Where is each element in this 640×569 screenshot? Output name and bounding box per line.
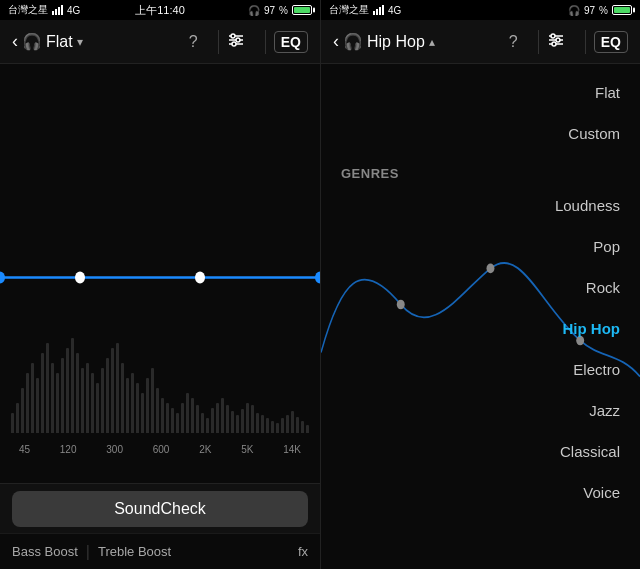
battery-pct-right: 97: [584, 5, 595, 16]
preset-arrow-right: ▴: [429, 35, 435, 49]
headphone-status-icon: 🎧: [248, 5, 260, 16]
network-left: 4G: [67, 5, 80, 16]
soundcheck-button[interactable]: SoundCheck: [12, 491, 308, 527]
status-bar-left: 台灣之星 4G 上午11:40 🎧 97%: [0, 0, 320, 20]
soundcheck-bar: SoundCheck: [0, 483, 320, 533]
genres-header: Genres: [321, 154, 640, 185]
svg-point-13: [556, 38, 560, 42]
question-icon-right[interactable]: ?: [509, 33, 518, 51]
freq-45: 45: [19, 444, 30, 455]
sliders-icon-right[interactable]: [547, 31, 565, 53]
freq-120: 120: [60, 444, 77, 455]
carrier-left: 台灣之星: [8, 3, 48, 17]
divider-left: [218, 30, 219, 54]
battery-icon-left: [292, 5, 312, 15]
svg-point-3: [236, 38, 240, 42]
preset-arrow-left: ▾: [77, 35, 83, 49]
carrier-right: 台灣之星: [329, 3, 369, 17]
freq-600: 600: [153, 444, 170, 455]
freq-2k: 2K: [199, 444, 211, 455]
svg-point-7: [195, 271, 205, 283]
headphones-icon-left: 🎧: [22, 32, 42, 51]
treble-boost-button[interactable]: Treble Boost: [98, 544, 171, 559]
preset-item-electro[interactable]: Electro: [321, 349, 640, 390]
dropdown-area: FlatCustomGenresLoudnessPopRockHip HopEl…: [321, 64, 640, 569]
network-right: 4G: [388, 5, 401, 16]
divider-right: [538, 30, 539, 54]
headphone-status-icon-right: 🎧: [568, 5, 580, 16]
preset-item-jazz[interactable]: Jazz: [321, 390, 640, 431]
back-button-left[interactable]: ‹: [12, 31, 18, 52]
preset-item-loudness[interactable]: Loudness: [321, 185, 640, 226]
preset-item-rock[interactable]: Rock: [321, 267, 640, 308]
eq-visualizer: 45 120 300 600 2K 5K 14K: [0, 64, 320, 483]
signal-icon-right: [373, 5, 384, 15]
question-icon-left[interactable]: ?: [189, 33, 198, 51]
status-right-right: 🎧 97%: [568, 5, 632, 16]
time-left: 上午11:40: [135, 3, 185, 18]
quick-buttons-bar: Bass Boost | Treble Boost fx: [0, 533, 320, 569]
eq-button-left[interactable]: EQ: [274, 31, 308, 53]
preset-item-hiphop[interactable]: Hip Hop: [321, 308, 640, 349]
bass-boost-button[interactable]: Bass Boost: [12, 544, 78, 559]
freq-5k: 5K: [241, 444, 253, 455]
battery-pct-left: 97: [264, 5, 275, 16]
preset-list: FlatCustomGenresLoudnessPopRockHip HopEl…: [321, 64, 640, 521]
preset-selector-left[interactable]: Flat ▾: [46, 33, 83, 51]
svg-point-8: [0, 271, 5, 283]
right-panel: 台灣之星 4G 上午11:41 🎧 97% ‹ 🎧 Hip Hop ▴ ?: [320, 0, 640, 569]
status-left: 台灣之星 4G: [8, 3, 80, 17]
preset-item-classical[interactable]: Classical: [321, 431, 640, 472]
divider2-right: [585, 30, 586, 54]
svg-point-11: [551, 34, 555, 38]
svg-point-6: [75, 271, 85, 283]
preset-label-right: Hip Hop: [367, 33, 425, 51]
preset-item-voice[interactable]: Voice: [321, 472, 640, 513]
status-right-left: 🎧 97%: [248, 5, 312, 16]
divider2-left: [265, 30, 266, 54]
fx-button[interactable]: fx: [298, 544, 308, 559]
status-bar-right: 台灣之星 4G 上午11:41 🎧 97%: [321, 0, 640, 20]
signal-icon: [52, 5, 63, 15]
svg-point-15: [552, 42, 556, 46]
nav-bar-right: ‹ 🎧 Hip Hop ▴ ? EQ: [321, 20, 640, 64]
preset-item-custom[interactable]: Custom: [321, 113, 640, 154]
preset-item-flat[interactable]: Flat: [321, 72, 640, 113]
sliders-icon-left[interactable]: [227, 31, 245, 53]
freq-300: 300: [106, 444, 123, 455]
svg-point-5: [232, 42, 236, 46]
freq-14k: 14K: [283, 444, 301, 455]
status-left-right: 台灣之星 4G: [329, 3, 401, 17]
preset-selector-right[interactable]: Hip Hop ▴: [367, 33, 435, 51]
back-button-right[interactable]: ‹: [333, 31, 339, 52]
eq-curve: [0, 84, 320, 483]
eq-button-right[interactable]: EQ: [594, 31, 628, 53]
freq-labels: 45 120 300 600 2K 5K 14K: [0, 444, 320, 455]
battery-icon-right: [612, 5, 632, 15]
headphones-icon-right: 🎧: [343, 32, 363, 51]
svg-point-1: [231, 34, 235, 38]
left-panel: 台灣之星 4G 上午11:40 🎧 97% ‹ 🎧 Flat ▾ ?: [0, 0, 320, 569]
nav-bar-left: ‹ 🎧 Flat ▾ ? EQ: [0, 20, 320, 64]
preset-item-pop[interactable]: Pop: [321, 226, 640, 267]
preset-label-left: Flat: [46, 33, 73, 51]
